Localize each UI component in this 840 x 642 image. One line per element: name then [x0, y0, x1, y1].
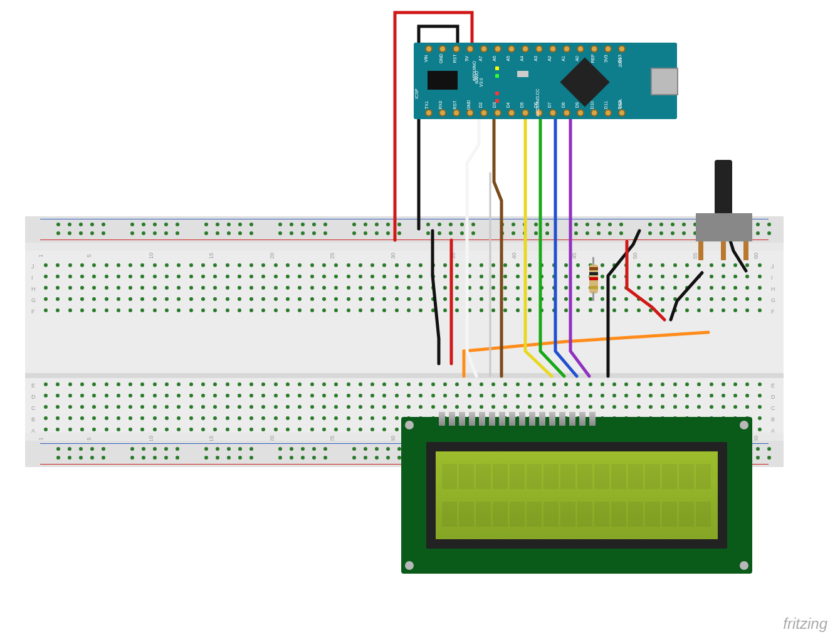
resistor-band-4: [589, 286, 598, 289]
pot-leg-3: [743, 241, 748, 260]
mount-hole-br: [740, 561, 748, 570]
resistor-band-1: [589, 267, 598, 270]
tie-point-area: 1155101015152020252530303535404045455050…: [25, 251, 784, 433]
resistor-band-3: [589, 277, 598, 280]
atmega-chip: [560, 57, 609, 107]
resistor-band-2: [589, 272, 598, 275]
lcd-bezel: [426, 442, 727, 549]
resistor-lead-bottom: [592, 292, 594, 301]
arduino-header-bottom: [425, 109, 626, 117]
power-rail-top: [25, 216, 784, 243]
potentiometer: [690, 160, 759, 260]
reset-button[interactable]: [517, 71, 528, 77]
mount-hole-tl: [405, 421, 414, 429]
resistor-body: [589, 265, 598, 293]
pot-leg-1: [698, 241, 703, 260]
mount-hole-bl: [405, 561, 414, 570]
arduino-nano: ICSP ARDUINO NANO V3.0 ARDUINO.CC USA 20…: [414, 43, 677, 119]
model-line3: V3.0: [479, 78, 483, 87]
led-l: [495, 66, 499, 70]
pot-body: [696, 213, 752, 241]
icsp-header: [428, 71, 458, 90]
mount-hole-tr: [740, 421, 748, 429]
center-divider: [25, 373, 784, 378]
pot-knob[interactable]: [715, 160, 732, 215]
led-pwr: [495, 74, 499, 78]
rail-power-top: [40, 239, 769, 240]
model-line2: NANO: [475, 71, 479, 83]
lcd-display-area: [436, 451, 718, 539]
usb-mini-port: [651, 68, 678, 95]
circuit-diagram: 1155101015152020252530303535404045455050…: [0, 0, 840, 642]
rail-ground-top: [40, 219, 769, 219]
fritzing-watermark: fritzing: [783, 615, 827, 633]
pot-leg-2-wiper: [721, 241, 726, 260]
arduino-header-top: [425, 45, 626, 53]
lcd-16x2: [401, 417, 752, 574]
resistor-220: [589, 257, 598, 301]
led-tx: [495, 92, 499, 95]
lcd-pin-header: [439, 412, 596, 426]
icsp-label: ICSP: [414, 88, 419, 98]
